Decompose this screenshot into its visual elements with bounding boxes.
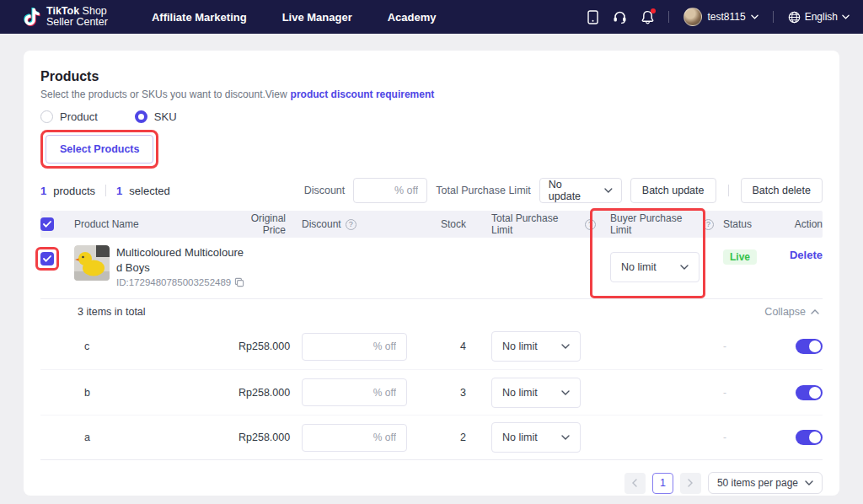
- brand-text: TikTok Shop Seller Center: [46, 6, 108, 29]
- product-bpl-value: No limit: [621, 261, 657, 273]
- status-badge-live: Live: [723, 249, 757, 265]
- page-size-select[interactable]: 50 items per page: [708, 472, 823, 494]
- next-page-button[interactable]: [680, 473, 701, 494]
- brand-logo[interactable]: TikTok Shop Seller Center: [24, 6, 108, 29]
- brand-tiktok: TikTok: [46, 5, 79, 17]
- language-selector[interactable]: English: [788, 11, 850, 24]
- sku-discount-input[interactable]: [302, 378, 407, 406]
- page-subtitle: Select the products or SKUs you want to …: [40, 88, 823, 100]
- chevron-right-icon: [688, 479, 693, 487]
- pagination: 1 50 items per page: [40, 472, 823, 494]
- radio-product-circle: [40, 110, 53, 123]
- delete-action-link[interactable]: Delete: [790, 249, 823, 261]
- chevron-down-icon: [604, 188, 613, 193]
- header-status: Status: [714, 218, 777, 230]
- product-image-duck[interactable]: [74, 245, 110, 281]
- table-header-row: Product Name Original Price Discount ? S…: [40, 211, 823, 238]
- user-menu[interactable]: test8115: [683, 8, 758, 26]
- sku-name: a: [74, 432, 239, 443]
- header-discount-label: Discount: [302, 218, 341, 230]
- username: test8115: [707, 11, 745, 23]
- notification-dot: [651, 8, 656, 13]
- sku-enable-toggle[interactable]: [796, 339, 823, 354]
- counts-divider: [105, 185, 106, 196]
- header-total-purchase-limit: Total Purchase Limit ?: [469, 212, 596, 236]
- sku-total-purchase-limit-select[interactable]: No limit: [491, 378, 581, 408]
- select-all-checkbox[interactable]: [40, 217, 54, 231]
- nav-link-affiliate-marketing[interactable]: Affiliate Marketing: [152, 11, 247, 24]
- tiktok-logo-icon: [24, 8, 40, 26]
- bulk-tpl-value: No update: [549, 179, 596, 202]
- notification-bell-icon[interactable]: [641, 10, 654, 24]
- header-buyer-purchase-limit: Buyer Purchase Limit ?: [596, 212, 714, 236]
- products-card: Products Select the products or SKUs you…: [24, 51, 839, 496]
- help-icon[interactable]: ?: [585, 219, 596, 230]
- check-icon: [43, 221, 51, 228]
- sku-status-dash: -: [714, 387, 777, 399]
- nav-link-live-manager[interactable]: Live Manager: [282, 11, 352, 24]
- selection-counts: 1 products 1 selected: [40, 185, 170, 197]
- product-text: Multicoloured Multicoloured Boys ID:1729…: [116, 245, 244, 287]
- chevron-down-icon: [561, 390, 570, 395]
- prev-page-button[interactable]: [624, 473, 646, 494]
- sku-tpl-value: No limit: [502, 340, 538, 352]
- sku-total-purchase-limit-select[interactable]: No limit: [491, 331, 581, 362]
- sku-enable-toggle[interactable]: [796, 430, 823, 445]
- sku-original-price: Rp258.000: [239, 340, 291, 352]
- mode-radios: Product SKU: [40, 110, 823, 123]
- brand-seller-center: Seller Center: [46, 17, 108, 29]
- sku-enable-toggle[interactable]: [796, 385, 823, 400]
- header-action: Action: [777, 218, 823, 230]
- nav-link-academy[interactable]: Academy: [388, 11, 437, 24]
- sku-row: c Rp258.000 4 No limit -: [40, 324, 823, 369]
- header-discount: Discount ?: [291, 218, 417, 230]
- product-id: ID:1729480785003252489: [116, 277, 244, 287]
- nav-links: Affiliate Marketing Live Manager Academy: [152, 11, 437, 24]
- product-row-checkbox[interactable]: [40, 252, 54, 265]
- batch-delete-button[interactable]: Batch delete: [741, 178, 823, 203]
- chevron-down-icon: [561, 435, 570, 440]
- sku-total-purchase-limit-select[interactable]: No limit: [491, 422, 581, 453]
- selected-count-label: selected: [129, 185, 169, 197]
- radio-sku-circle-selected: [135, 110, 147, 123]
- page-number-current[interactable]: 1: [652, 473, 673, 494]
- product-discount-requirement-link[interactable]: product discount requirement: [291, 88, 435, 100]
- sku-original-price: Rp258.000: [239, 387, 291, 399]
- radio-product[interactable]: Product: [40, 110, 98, 123]
- sku-row: a Rp258.000 2 No limit -: [40, 415, 823, 460]
- help-icon[interactable]: ?: [346, 219, 356, 230]
- mobile-app-icon[interactable]: [587, 10, 598, 24]
- bulk-controls: Discount Total Purchase Limit No update …: [304, 178, 823, 203]
- chevron-down-icon: [842, 14, 850, 19]
- sku-name: b: [74, 387, 239, 399]
- collapse-toggle[interactable]: Collapse: [764, 306, 819, 318]
- sku-name: c: [74, 340, 239, 352]
- sku-tpl-value: No limit: [502, 387, 538, 399]
- radio-product-label: Product: [60, 110, 98, 123]
- help-icon[interactable]: ?: [703, 219, 714, 230]
- row-checkbox-highlight: [35, 247, 59, 271]
- radio-sku-label: SKU: [154, 110, 177, 123]
- products-count: 1: [40, 185, 46, 197]
- product-buyer-purchase-limit-select[interactable]: No limit: [610, 252, 700, 282]
- bulk-discount-input[interactable]: [353, 178, 427, 203]
- subtitle-text: Select the products or SKUs you want to …: [40, 88, 287, 100]
- radio-sku[interactable]: SKU: [135, 110, 177, 123]
- bulk-total-purchase-limit-select[interactable]: No update: [539, 178, 622, 203]
- batch-update-button[interactable]: Batch update: [630, 178, 716, 203]
- products-count-label: products: [53, 185, 95, 197]
- total-purchase-limit-label: Total Purchase Limit: [436, 185, 531, 196]
- sku-tpl-value: No limit: [502, 432, 538, 443]
- nav-divider: [668, 11, 669, 23]
- page-size-value: 50 items per page: [717, 477, 798, 489]
- check-icon: [43, 255, 51, 262]
- select-products-highlight: Select Products: [40, 130, 158, 169]
- discount-label: Discount: [304, 185, 346, 196]
- copy-icon[interactable]: [234, 277, 244, 287]
- sku-discount-input[interactable]: [302, 424, 407, 452]
- language-label: English: [805, 11, 838, 23]
- support-headset-icon[interactable]: [613, 10, 627, 24]
- nav-divider: [773, 11, 774, 23]
- select-products-button[interactable]: Select Products: [46, 135, 153, 164]
- sku-discount-input[interactable]: [302, 333, 407, 361]
